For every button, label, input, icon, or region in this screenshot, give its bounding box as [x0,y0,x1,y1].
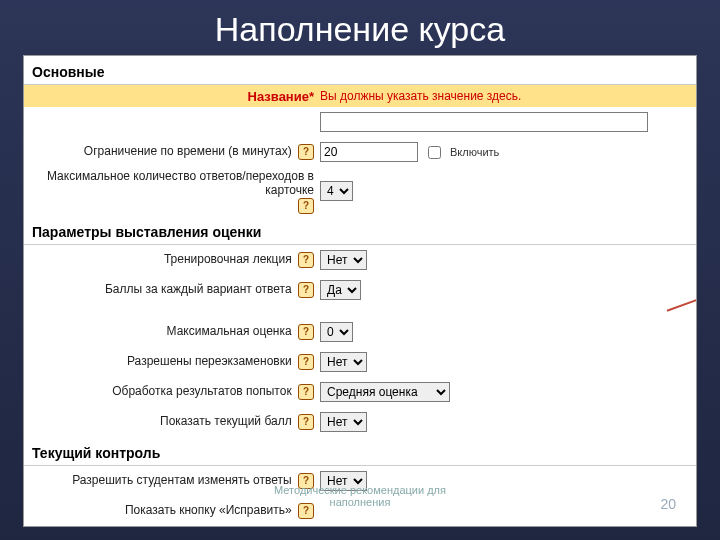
row-timelimit: Ограничение по времени (в минутах) ? Вкл… [24,137,696,167]
help-icon[interactable]: ? [298,354,314,370]
row-name-input [24,107,696,137]
moodle-form-panel: Основные Название* Вы должны указать зна… [23,55,697,527]
ongoing-label: Показать текущий балл [160,414,292,428]
help-icon[interactable]: ? [298,384,314,400]
custom-select[interactable]: Да [320,280,361,300]
footer-note: Методические рекомендации для наполнения [24,484,696,508]
handling-label: Обработка результатов попыток [112,384,291,398]
help-icon[interactable]: ? [298,324,314,340]
help-icon[interactable]: ? [298,282,314,298]
maxanswers-label: Максимальное количество ответов/переходо… [24,169,314,198]
row-name-error: Название* Вы должны указать значение зде… [24,85,696,107]
section-grading-header: Параметры выставления оценки [24,216,696,245]
row-maxanswers: Максимальное количество ответов/переходо… [24,167,696,216]
timelimit-label: Ограничение по времени (в минутах) [84,144,292,158]
timelimit-enable-checkbox[interactable] [428,146,441,159]
row-retake: Разрешены переэкзаменовки ? Нет [24,347,696,377]
help-icon[interactable]: ? [298,414,314,430]
row-ongoing: Показать текущий балл ? Нет [24,407,696,437]
row-practice: Тренировочная лекция ? Нет [24,245,696,275]
maxanswers-select[interactable]: 4 [320,181,353,201]
retake-label: Разрешены переэкзаменовки [127,354,292,368]
page-number: 20 [660,496,676,512]
timelimit-enable-label: Включить [450,146,499,158]
custom-label: Баллы за каждый вариант ответа [105,282,292,296]
slide-title: Наполнение курса [0,0,720,55]
row-handling: Обработка результатов попыток ? Средняя … [24,377,696,407]
section-main-header: Основные [24,56,696,85]
row-custom: Баллы за каждый вариант ответа ? Да [24,275,696,305]
row-maxgrade: Максимальная оценка ? 0 [24,317,696,347]
ongoing-select[interactable]: Нет [320,412,367,432]
help-icon[interactable]: ? [298,198,314,214]
section-flow-header: Текущий контроль [24,437,696,466]
maxgrade-select[interactable]: 0 [320,322,353,342]
timelimit-input[interactable] [320,142,418,162]
help-icon[interactable]: ? [298,252,314,268]
practice-label: Тренировочная лекция [164,252,292,266]
maxgrade-label: Максимальная оценка [167,324,292,338]
handling-select[interactable]: Средняя оценка [320,382,450,402]
retake-select[interactable]: Нет [320,352,367,372]
help-icon[interactable]: ? [298,144,314,160]
name-input[interactable] [320,112,648,132]
name-error-text: Вы должны указать значение здесь. [320,89,521,103]
practice-select[interactable]: Нет [320,250,367,270]
name-label: Название* [24,89,320,104]
